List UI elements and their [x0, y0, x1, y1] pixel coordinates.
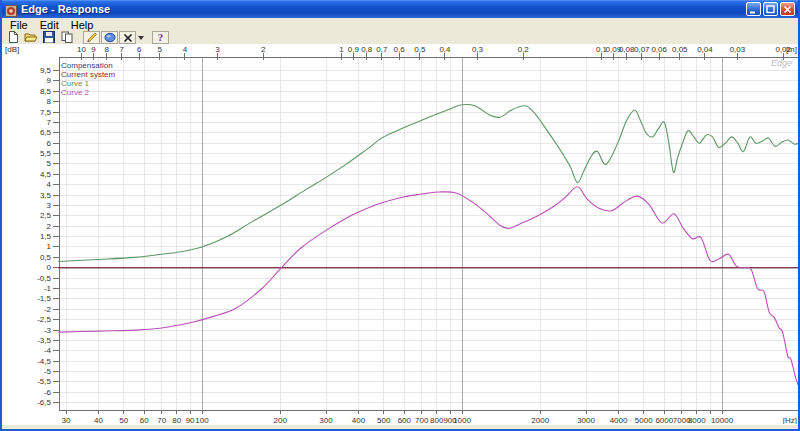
window-title: Edge - Response — [21, 3, 746, 15]
toolbar-separator — [76, 31, 82, 44]
top-tick-label: 10 — [77, 45, 86, 54]
top-tick-label: 0,8 — [361, 45, 373, 54]
top-tick-label: 4 — [183, 45, 188, 54]
app-icon — [5, 3, 17, 15]
top-tick-label: 2 — [261, 45, 266, 54]
menu-bar: File Edit Help — [2, 18, 798, 31]
y-tick-label: -4 — [44, 346, 52, 355]
toolbar: ? — [2, 31, 798, 44]
y-tick-label: 2 — [47, 222, 52, 231]
x-tick-label: 3000 — [577, 416, 595, 424]
x-tick-label: 100 — [195, 416, 209, 424]
help-button[interactable]: ? — [152, 31, 169, 44]
copy-button[interactable] — [58, 31, 75, 44]
x-tick-label: 5000 — [635, 416, 653, 424]
y-tick-label: 3,5 — [40, 191, 52, 200]
save-button[interactable] — [40, 31, 57, 44]
title-bar[interactable]: Edge - Response — [2, 0, 798, 18]
x-tick-label: 60 — [140, 416, 149, 424]
y-tick-label: 2,5 — [40, 211, 52, 220]
top-tick-label: 0,04 — [697, 45, 713, 54]
x-tick-label: 300 — [319, 416, 333, 424]
y-tick-label: 0,5 — [40, 253, 52, 262]
x-tick-label: 50 — [119, 416, 128, 424]
x-tick-label: 70 — [157, 416, 166, 424]
top-tick-label: 0,05 — [672, 45, 688, 54]
x-tick-label: 4000 — [610, 416, 628, 424]
x-tick-label: 80 — [172, 416, 181, 424]
y-tick-label: -1,5 — [37, 294, 51, 303]
top-tick-label: 5 — [158, 45, 163, 54]
app-window: Edge - Response File Edit Help — [0, 0, 800, 431]
y-axis-unit-label: [dB] — [5, 45, 19, 54]
y-tick-label: -1 — [44, 284, 52, 293]
help-icon: ? — [158, 32, 164, 43]
open-button[interactable] — [22, 31, 39, 44]
y-tick-label: 5 — [47, 159, 52, 168]
y-tick-label: 1 — [47, 242, 52, 251]
y-tick-label: 6,5 — [40, 128, 52, 137]
legend-item: Compensation — [61, 61, 113, 70]
x-axis-unit-label: [Hz] — [783, 416, 797, 424]
y-tick-label: 6 — [47, 139, 52, 148]
top-tick-label: 6 — [137, 45, 142, 54]
y-tick-label: 9,5 — [40, 66, 52, 75]
x-tick-label: 30 — [62, 416, 71, 424]
x-tick-label: 6000 — [655, 416, 673, 424]
x-tick-label: 1000 — [453, 416, 471, 424]
x-tick-label: 400 — [352, 416, 366, 424]
x-tick-label: 8000 — [688, 416, 706, 424]
y-tick-label: 0 — [47, 263, 52, 272]
y-tick-label: 4 — [47, 180, 52, 189]
y-tick-label: 7 — [47, 118, 52, 127]
x-tick-label: 600 — [398, 416, 412, 424]
x-tick-label: 700 — [415, 416, 429, 424]
new-button[interactable] — [4, 31, 21, 44]
response-chart[interactable]: 9,598,587,576,565,554,543,532,521,510,50… — [2, 44, 800, 424]
minimize-button[interactable] — [746, 2, 761, 16]
top-tick-label: 0,5 — [414, 45, 426, 54]
chart-area: 9,598,587,576,565,554,543,532,521,510,50… — [2, 44, 800, 424]
y-tick-label: -2,5 — [37, 315, 51, 324]
y-tick-label: -0,5 — [37, 274, 51, 283]
top-tick-label: 0,08 — [619, 45, 635, 54]
y-tick-label: 8 — [47, 97, 52, 106]
delete-curve-dropdown[interactable] — [137, 31, 144, 44]
y-tick-label: -4,5 — [37, 357, 51, 366]
top-tick-label: 0,7 — [376, 45, 388, 54]
membrane-button[interactable] — [101, 31, 118, 44]
x-tick-label: 500 — [377, 416, 391, 424]
y-tick-label: 1,5 — [40, 232, 52, 241]
y-tick-label: -6 — [44, 388, 52, 397]
draw-button[interactable] — [83, 31, 100, 44]
top-axis-unit-label: [m] — [786, 45, 797, 54]
top-tick-label: 0,3 — [472, 45, 484, 54]
y-tick-label: 3 — [47, 201, 52, 210]
y-tick-label: -3 — [44, 326, 52, 335]
delete-curve-button[interactable] — [119, 31, 136, 44]
top-tick-label: 0,4 — [439, 45, 451, 54]
x-tick-label: 90 — [186, 416, 195, 424]
close-button[interactable] — [780, 2, 795, 16]
toolbar-separator — [145, 31, 151, 44]
top-tick-label: 0,06 — [651, 45, 667, 54]
edge-watermark: Edge — [771, 58, 792, 68]
top-tick-label: 0,03 — [730, 45, 746, 54]
y-tick-label: -5,5 — [37, 377, 51, 386]
top-tick-label: 0,6 — [394, 45, 406, 54]
top-tick-label: 1 — [339, 45, 344, 54]
x-tick-label: 10000 — [711, 416, 734, 424]
top-tick-label: 8 — [104, 45, 109, 54]
y-tick-label: 7,5 — [40, 108, 52, 117]
maximize-button[interactable] — [763, 2, 778, 16]
y-tick-label: 4,5 — [40, 170, 52, 179]
x-tick-label: 800 — [430, 416, 444, 424]
y-tick-label: -5 — [44, 367, 52, 376]
top-tick-label: 7 — [120, 45, 125, 54]
x-tick-label: 2000 — [531, 416, 549, 424]
y-tick-label: 9 — [47, 76, 52, 85]
x-tick-label: 40 — [94, 416, 103, 424]
y-tick-label: -6,5 — [37, 398, 51, 407]
y-tick-label: 8,5 — [40, 87, 52, 96]
legend-item: Current system — [61, 70, 116, 79]
